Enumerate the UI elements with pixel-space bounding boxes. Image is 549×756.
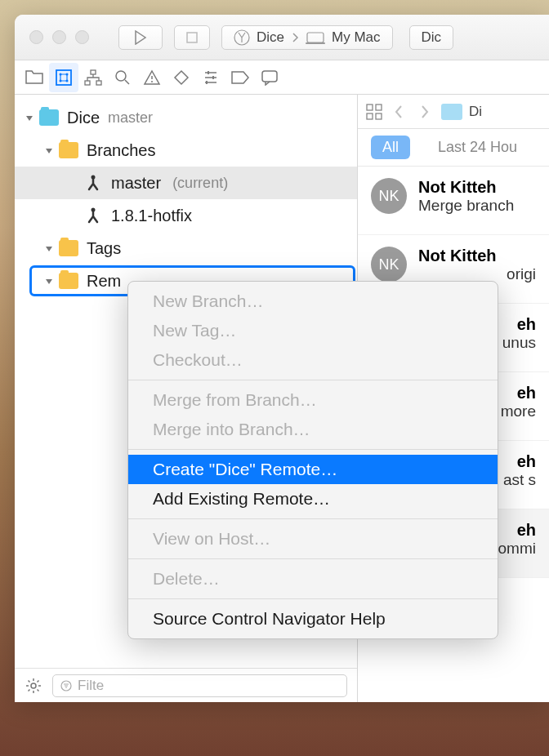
commit-message: Merge branch	[418, 197, 536, 215]
svg-point-17	[31, 683, 36, 688]
chat-bubble-icon	[261, 69, 279, 86]
svg-point-13	[151, 81, 153, 82]
menu-separator	[128, 449, 498, 450]
source-control-navigator-tab[interactable]	[49, 63, 78, 92]
project-navigator-tab[interactable]	[20, 63, 49, 92]
branch-row-hotfix[interactable]: 1.8.1-hotfix	[15, 199, 357, 232]
close-window-button[interactable]	[29, 30, 43, 44]
diamond-icon	[173, 69, 190, 86]
remotes-folder-icon	[59, 273, 78, 289]
branch-icon	[83, 173, 103, 193]
issue-navigator-tab[interactable]	[137, 63, 167, 92]
minimize-window-button[interactable]	[52, 30, 66, 44]
editor-header: Di	[358, 95, 549, 129]
stop-button[interactable]	[174, 25, 210, 50]
play-icon	[134, 30, 147, 45]
symbol-navigator-tab[interactable]	[78, 63, 108, 92]
filter-last-24h[interactable]: Last 24 Hou	[426, 136, 529, 159]
svg-point-12	[116, 71, 126, 81]
filter-placeholder: Filte	[78, 678, 104, 694]
scheme-selector[interactable]: Dice My Mac	[221, 25, 393, 50]
branch-icon	[83, 206, 103, 225]
tags-folder-icon	[59, 240, 78, 256]
menu-new-tag: New Tag…	[128, 316, 498, 345]
commit-author: Not Kitteh	[418, 178, 536, 197]
warning-icon	[143, 69, 161, 86]
svg-rect-22	[376, 113, 382, 119]
svg-rect-14	[262, 71, 277, 82]
menu-add-existing-remote[interactable]: Add Existing Remote…	[128, 484, 498, 514]
chevron-left-icon	[394, 105, 404, 119]
find-navigator-tab[interactable]	[108, 63, 137, 92]
chevron-right-icon	[291, 32, 299, 43]
branches-folder-icon	[59, 142, 78, 158]
disclosure-triangle-icon[interactable]	[44, 145, 54, 155]
commit-row[interactable]: NK Not Kitteh Merge branch	[358, 167, 549, 235]
branches-folder-row[interactable]: Branches	[15, 134, 357, 167]
traffic-lights	[29, 30, 89, 44]
repo-row[interactable]: Dice master	[15, 101, 357, 134]
repo-branch-label: master	[108, 109, 153, 127]
menu-checkout: Checkout…	[128, 345, 498, 375]
menu-separator	[128, 558, 498, 559]
gauge-icon	[203, 69, 219, 86]
menu-new-branch: New Branch…	[128, 287, 498, 316]
context-menu: New Branch… New Tag… Checkout… Merge fro…	[127, 281, 498, 639]
report-navigator-tab[interactable]	[255, 63, 284, 92]
commit-author: Not Kitteh	[418, 247, 536, 265]
titlebar: Dice My Mac Dic	[15, 15, 549, 60]
menu-delete: Delete…	[128, 564, 498, 594]
grid-icon[interactable]	[366, 104, 382, 120]
commit-filter-bar: All Last 24 Hou	[358, 129, 549, 167]
avatar: NK	[371, 247, 407, 282]
svg-rect-21	[367, 113, 373, 119]
avatar: NK	[371, 178, 407, 214]
breakpoint-icon	[231, 71, 249, 84]
menu-create-remote[interactable]: Create "Dice" Remote…	[128, 455, 498, 484]
breakpoint-navigator-tab[interactable]	[225, 63, 255, 92]
menu-help[interactable]: Source Control Navigator Help	[128, 604, 498, 634]
disclosure-triangle-icon[interactable]	[44, 243, 54, 253]
app-icon	[234, 29, 250, 46]
svg-rect-19	[367, 105, 373, 110]
breadcrumb-text[interactable]: Di	[469, 104, 482, 120]
filter-all[interactable]: All	[371, 136, 410, 159]
branch-name: 1.8.1-hotfix	[111, 207, 192, 225]
gear-icon[interactable]	[25, 677, 42, 695]
repo-name: Dice	[67, 109, 100, 127]
activity-panel[interactable]: Dic	[409, 25, 454, 50]
debug-navigator-tab[interactable]	[196, 63, 225, 92]
menu-separator	[128, 380, 498, 380]
menu-separator	[128, 518, 498, 519]
filter-icon	[60, 679, 73, 692]
current-label: (current)	[172, 175, 228, 192]
branch-name: master	[111, 174, 161, 193]
svg-rect-4	[56, 70, 71, 85]
chevron-right-icon	[420, 105, 430, 119]
folder-outline-icon	[25, 70, 43, 85]
device-icon	[306, 31, 325, 44]
svg-rect-2	[307, 33, 324, 42]
hierarchy-icon	[84, 69, 102, 86]
svg-rect-20	[376, 105, 382, 110]
menu-merge-into: Merge into Branch…	[128, 415, 498, 444]
disclosure-triangle-icon[interactable]	[25, 113, 34, 122]
forward-button[interactable]	[415, 105, 435, 119]
svg-rect-10	[85, 81, 90, 85]
scheme-name: Dice	[257, 29, 284, 46]
menu-merge-from: Merge from Branch…	[128, 385, 498, 415]
svg-rect-3	[306, 42, 325, 44]
back-button[interactable]	[389, 105, 408, 119]
tags-folder-row[interactable]: Tags	[15, 232, 357, 265]
breadcrumb-folder-icon	[441, 104, 462, 120]
menu-view-on-host: View on Host…	[128, 524, 498, 554]
repo-folder-icon	[39, 109, 59, 126]
test-navigator-tab[interactable]	[167, 63, 196, 92]
svg-rect-0	[187, 33, 197, 42]
zoom-window-button[interactable]	[75, 30, 89, 44]
stop-icon	[186, 32, 198, 43]
menu-separator	[128, 598, 498, 599]
filter-field[interactable]: Filte	[52, 674, 347, 697]
run-button[interactable]	[118, 25, 163, 50]
branch-row-master[interactable]: master (current)	[15, 167, 357, 199]
